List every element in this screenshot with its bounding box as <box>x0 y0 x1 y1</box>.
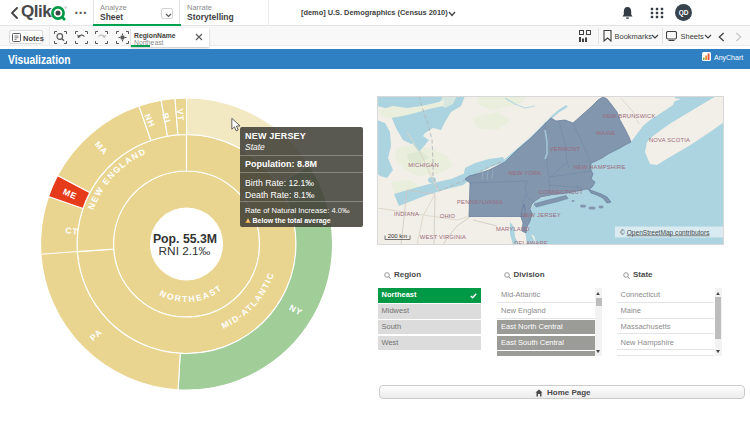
svg-text:VT: VT <box>175 108 186 121</box>
svg-text:CT: CT <box>65 225 79 237</box>
svg-text:MAINE: MAINE <box>596 130 615 136</box>
svg-text:INDIANA: INDIANA <box>394 211 419 217</box>
svg-text:NEW BRUNSWICK: NEW BRUNSWICK <box>602 113 655 119</box>
svg-text:NEW YORK: NEW YORK <box>508 170 541 176</box>
svg-text:MICHIGAN: MICHIGAN <box>408 162 439 168</box>
svg-text:NOVA SCOTIA: NOVA SCOTIA <box>649 137 690 143</box>
svg-text:MARYLAND: MARYLAND <box>496 226 530 232</box>
svg-text:NEW HAMPSHIRE: NEW HAMPSHIRE <box>573 164 625 170</box>
svg-text:200 km: 200 km <box>388 233 408 239</box>
svg-text:PENNSYLVANIA: PENNSYLVANIA <box>457 199 503 205</box>
svg-text:OHIO: OHIO <box>440 213 456 219</box>
svg-text:VERMONT: VERMONT <box>550 146 581 152</box>
svg-text:WEST VIRGINIA: WEST VIRGINIA <box>420 234 466 240</box>
svg-text:RNI 2.1‰: RNI 2.1‰ <box>159 244 211 258</box>
svg-text:NEW JERSEY: NEW JERSEY <box>521 212 561 218</box>
svg-text:© OpenStreetMap contributors: © OpenStreetMap contributors <box>620 229 710 237</box>
svg-text:CONNECTICUT: CONNECTICUT <box>539 189 584 195</box>
